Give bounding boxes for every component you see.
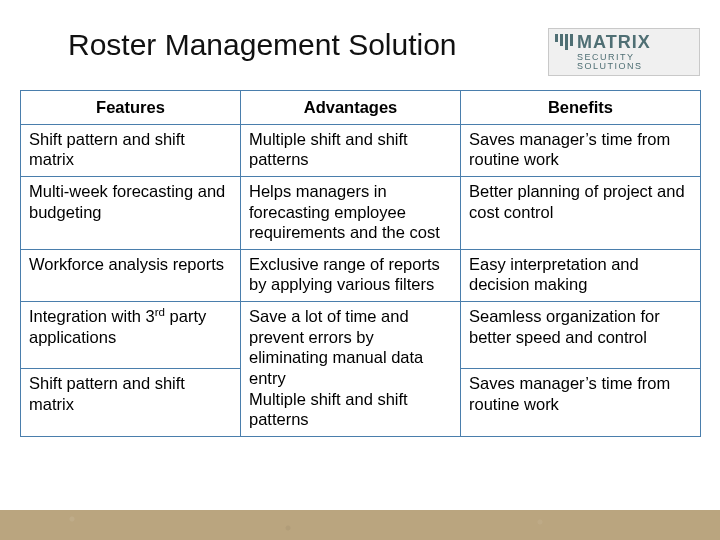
cell-benefit: Saves manager’s time from routine work: [461, 124, 701, 176]
table-header-row: Features Advantages Benefits: [21, 91, 701, 125]
col-header-features: Features: [21, 91, 241, 125]
cell-advantage: Multiple shift and shift patterns: [241, 124, 461, 176]
cell-feature: Shift pattern and shift matrix: [21, 369, 241, 436]
page-title: Roster Management Solution: [68, 28, 457, 62]
table-row: Integration with 3rd party applicationsS…: [21, 302, 701, 369]
cell-feature: Multi-week forecasting and budgeting: [21, 176, 241, 249]
cell-benefit: Saves manager’s time from routine work: [461, 369, 701, 436]
cell-advantage: Save a lot of time and prevent errors by…: [241, 302, 461, 437]
logo-brand-text: MATRIX: [577, 33, 651, 51]
table-body: Shift pattern and shift matrixMultiple s…: [21, 124, 701, 436]
footer-strip: [0, 510, 720, 540]
col-header-benefits: Benefits: [461, 91, 701, 125]
slide: Roster Management Solution MATRIX SECURI…: [0, 0, 720, 540]
cell-feature: Shift pattern and shift matrix: [21, 124, 241, 176]
cell-benefit: Easy interpretation and decision making: [461, 249, 701, 301]
company-logo: MATRIX SECURITY SOLUTIONS: [548, 28, 700, 76]
features-advantages-benefits-table: Features Advantages Benefits Shift patte…: [20, 90, 701, 437]
cell-benefit: Seamless organization for better speed a…: [461, 302, 701, 369]
table-row: Workforce analysis reportsExclusive rang…: [21, 249, 701, 301]
cell-feature: Workforce analysis reports: [21, 249, 241, 301]
logo-tagline: SECURITY SOLUTIONS: [555, 53, 693, 71]
col-header-advantages: Advantages: [241, 91, 461, 125]
cell-advantage: Exclusive range of reports by applying v…: [241, 249, 461, 301]
cell-feature: Integration with 3rd party applications: [21, 302, 241, 369]
cell-benefit: Better planning of project and cost cont…: [461, 176, 701, 249]
table-row: Shift pattern and shift matrixMultiple s…: [21, 124, 701, 176]
cell-advantage: Helps managers in forecasting employee r…: [241, 176, 461, 249]
logo-brand: MATRIX: [555, 33, 693, 51]
table-row: Multi-week forecasting and budgetingHelp…: [21, 176, 701, 249]
logo-bars-icon: [555, 34, 573, 50]
